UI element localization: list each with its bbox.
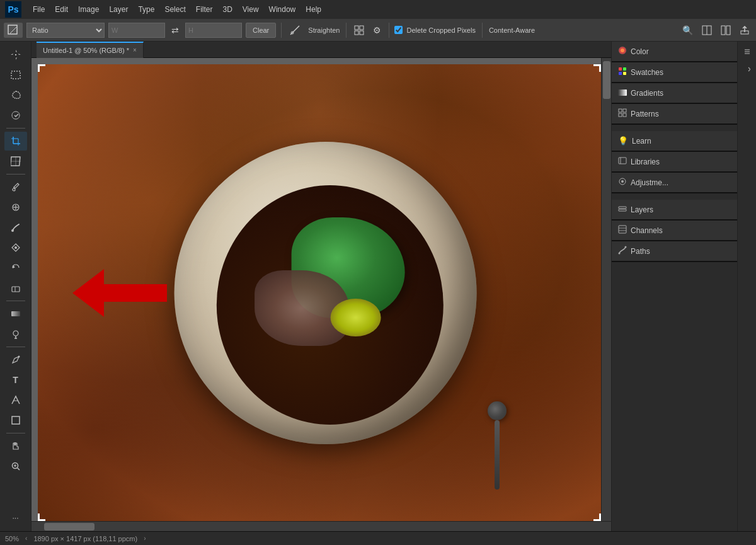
svg-point-31	[11, 229, 14, 232]
menu-view[interactable]: View	[238, 3, 264, 16]
learn-section: 💡 Learn	[612, 131, 737, 152]
menu-layer[interactable]: Layer	[104, 3, 133, 16]
svg-marker-14	[16, 55, 17, 60]
svg-rect-62	[619, 207, 626, 209]
options-bar: Ratio W x H x Resolution Original Ratio …	[0, 19, 756, 42]
delete-cropped-checkbox[interactable]	[394, 26, 403, 34]
shape-btn[interactable]	[4, 411, 27, 430]
menu-edit[interactable]: Edit	[50, 3, 73, 16]
brush-btn[interactable]	[4, 218, 27, 237]
status-arrow-right[interactable]: ›	[144, 535, 146, 542]
learn-header[interactable]: 💡 Learn	[612, 131, 737, 151]
svg-point-40	[18, 356, 20, 358]
ps-logo: Ps	[5, 1, 21, 18]
height-input[interactable]	[185, 23, 242, 38]
move-tool-btn[interactable]	[4, 45, 27, 64]
canvas-image[interactable]	[38, 64, 601, 521]
menu-image[interactable]: Image	[73, 3, 104, 16]
pen-btn[interactable]	[4, 350, 27, 369]
straighten-icon[interactable]	[287, 23, 303, 37]
vertical-scrollbar[interactable]	[601, 58, 611, 531]
more-tools-btn[interactable]: ···	[4, 508, 27, 527]
adjustments-icon	[618, 177, 627, 188]
clone-stamp-btn[interactable]	[4, 238, 27, 257]
document-tab[interactable]: Untitled-1 @ 50% (RGB/8) * ×	[37, 42, 144, 58]
channels-header[interactable]: Channels	[612, 221, 737, 241]
gradients-header[interactable]: Gradients	[612, 83, 737, 103]
adjustments-header[interactable]: Adjustme...	[612, 173, 737, 193]
tool-icon-btn[interactable]	[4, 23, 23, 38]
status-arrow-left[interactable]: ‹	[25, 535, 27, 542]
menu-help[interactable]: Help	[301, 3, 326, 16]
delete-cropped-label: Delete Cropped Pixels	[405, 26, 476, 34]
healing-brush-btn[interactable]	[4, 198, 27, 217]
horizontal-scrollbar-thumb[interactable]	[44, 523, 94, 531]
history-brush-btn[interactable]	[4, 258, 27, 277]
menu-window[interactable]: Window	[264, 3, 301, 16]
strip-panel-toggle[interactable]	[740, 44, 755, 59]
canvas-scroll-area[interactable]	[32, 58, 611, 531]
arrow-head	[72, 269, 104, 317]
crop-btn[interactable]	[4, 132, 27, 151]
grid-icon-btn[interactable]	[352, 24, 367, 37]
object-select-btn[interactable]	[4, 106, 27, 125]
zoom-btn[interactable]	[4, 457, 27, 476]
eraser-btn[interactable]	[4, 278, 27, 297]
tab-close-btn[interactable]: ×	[133, 47, 137, 54]
svg-rect-17	[15, 54, 16, 55]
svg-rect-34	[12, 287, 20, 292]
color-header[interactable]: Color	[612, 42, 737, 62]
patterns-header[interactable]: Patterns	[612, 104, 737, 124]
swatches-header[interactable]: Swatches	[612, 62, 737, 83]
path-select-btn[interactable]	[4, 391, 27, 410]
svg-rect-36	[11, 311, 20, 316]
eyedropper-btn[interactable]	[4, 178, 27, 197]
menu-file[interactable]: File	[28, 3, 50, 16]
settings-icon-btn[interactable]: ⚙	[370, 24, 384, 37]
layers-header[interactable]: Layers	[612, 200, 737, 220]
lasso-btn[interactable]	[4, 86, 27, 105]
svg-rect-58	[619, 158, 626, 164]
ratio-select[interactable]: Ratio W x H x Resolution Original Ratio	[26, 23, 105, 38]
svg-rect-64	[619, 226, 626, 233]
perspective-crop-btn[interactable]	[4, 152, 27, 171]
spoon-head	[488, 401, 507, 420]
menu-bar: Ps File Edit Image Layer Type Select Fil…	[0, 0, 756, 19]
patterns-label: Patterns	[631, 110, 731, 118]
share-btn[interactable]	[737, 24, 752, 37]
status-bar: 50% ‹ 1890 px × 1417 px (118,11 ppcm) ›	[0, 531, 756, 545]
gradient-btn[interactable]	[4, 304, 27, 323]
svg-rect-42	[12, 416, 20, 424]
menu-type[interactable]: Type	[133, 3, 159, 16]
dodge-btn[interactable]	[4, 324, 27, 343]
bowl	[175, 142, 477, 444]
menu-filter[interactable]: Filter	[191, 3, 218, 16]
svg-rect-3	[355, 26, 358, 30]
strip-expand[interactable]	[740, 62, 755, 77]
menu-select[interactable]: Select	[159, 3, 190, 16]
search-btn[interactable]: 🔍	[680, 24, 696, 37]
menu-3d[interactable]: 3D	[217, 3, 237, 16]
paths-header[interactable]: Paths	[612, 241, 737, 261]
svg-rect-56	[619, 113, 622, 117]
width-input[interactable]	[108, 23, 165, 38]
libraries-header[interactable]: Libraries	[612, 152, 737, 172]
svg-rect-54	[619, 109, 622, 112]
tab-bar: Untitled-1 @ 50% (RGB/8) * ×	[32, 42, 611, 58]
rectangular-marquee-btn[interactable]	[4, 66, 27, 84]
paths-section: Paths	[612, 241, 737, 262]
straighten-label: Straighten	[307, 26, 341, 34]
crop-handle-br	[593, 513, 601, 521]
layers-section: Layers	[612, 200, 737, 221]
svg-rect-53	[618, 89, 627, 96]
swap-icon[interactable]: ⇄	[169, 24, 181, 37]
layout-mode-btn[interactable]	[718, 24, 733, 37]
clear-button[interactable]: Clear	[246, 23, 276, 38]
red-arrow	[72, 269, 167, 317]
layout-btn[interactable]	[699, 24, 714, 37]
patterns-section: Patterns	[612, 104, 737, 125]
vertical-scrollbar-thumb[interactable]	[603, 61, 610, 99]
horizontal-scrollbar[interactable]	[32, 521, 611, 531]
type-btn[interactable]: T	[4, 370, 27, 389]
hand-btn[interactable]	[4, 437, 27, 456]
